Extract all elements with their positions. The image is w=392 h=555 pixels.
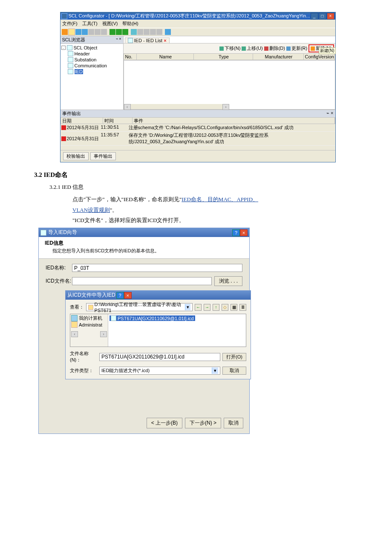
toolbar-icon[interactable] [82,29,88,35]
col-type[interactable]: Type [194,54,253,60]
nav-up-button[interactable]: ↑ [213,304,219,311]
tab-event[interactable]: 事件输出 [90,152,116,160]
toolbar-icon[interactable] [150,29,156,35]
new-folder-button[interactable]: ◇ [222,304,228,311]
move-up-button[interactable]: 上移(U) [242,44,262,52]
nav-forward-button[interactable]: → [204,304,210,311]
events-col-date[interactable]: 日期 [61,118,103,124]
next-button[interactable]: 下一步(N) > [185,418,221,428]
horizontal-scrollbar[interactable]: ‹ › [124,104,230,109]
col-name[interactable]: Name [137,54,194,60]
tab-ied-list[interactable]: IED - IED List × [125,38,170,43]
titlebar[interactable]: SCL Configurator - [ D:/Working/工程管理/J20… [61,12,335,20]
menu-view[interactable]: 视图(V) [102,21,118,26]
sidebar-scroll[interactable]: ‹ › [71,331,107,337]
link-vlan-rules[interactable]: VLAN设置规则 [72,207,110,213]
toolbar-icon[interactable] [131,29,137,35]
view-list-button[interactable]: ≣ [239,304,246,311]
toolbar-icon[interactable] [137,29,143,35]
tree-communication[interactable]: Communication [75,63,107,68]
wizard-titlebar[interactable]: 导入IED向导 ? × [39,228,249,237]
file-list[interactable]: PST671UA[GX20110629@1.01I].icd [108,314,246,347]
label-file-type: 文件类型： [70,367,97,374]
scroll-left-icon[interactable]: ‹ [124,104,131,110]
events-col-time[interactable]: 时间 [103,118,133,124]
link-naming-rules[interactable]: IED命名、目的MAC、APPID、 [182,196,258,202]
wizard-footer: < 上一步(B) 下一步(N) > 取消 [39,413,249,434]
window-title: SCL Configurator - [ D:/Working/工程管理/J20… [69,13,311,19]
toolbar-icon[interactable] [110,29,115,35]
nav-back-button[interactable]: ← [195,304,202,311]
file-area: 我的计算机 Administrat ‹ › PST671UA[GX2011062… [70,314,246,347]
update-icon [286,46,291,51]
cancel-button[interactable]: 取消 [224,418,243,428]
tooltip: 新建(N) [319,47,336,54]
tab-verify[interactable]: 校验输出 [63,152,89,160]
file-icon [111,315,116,321]
help-button[interactable]: ? [232,229,240,236]
close-button[interactable]: × [124,292,132,299]
col-no[interactable]: No. [124,54,137,60]
input-icd-file[interactable] [72,277,212,285]
toolbar-icon[interactable] [62,29,68,35]
select-file-type[interactable]: IED能力描述文件(*.icd) ▾ [99,367,220,375]
toolbar-icon[interactable] [116,29,122,35]
tree-header[interactable]: Header [75,51,90,56]
input-file-name[interactable]: PST671UA[GX20110629@1.01I].icd [99,353,220,361]
node-icon [67,45,72,50]
browse-button[interactable]: 浏览 . . . [214,276,242,286]
minimize-button[interactable]: _ [311,13,318,20]
chevron-down-icon[interactable]: ▾ [185,304,190,310]
prev-button[interactable]: < 上一步(B) [147,418,182,428]
toolbar-icon[interactable] [88,29,94,35]
toolbar-icon[interactable] [95,29,101,35]
toolbar-icon[interactable] [156,29,162,35]
file-item[interactable]: PST671UA[GX20110629@1.01I].icd [110,315,195,321]
close-button[interactable]: × [240,229,248,236]
toolbar-icon[interactable] [165,29,171,35]
panel-pin[interactable]: ⌁ × [116,37,121,43]
chevron-down-icon[interactable]: ▾ [212,367,218,374]
node-icon [68,57,73,62]
scroll-right-icon[interactable]: › [222,104,229,110]
toolbar-icon[interactable] [101,29,107,35]
menu-file[interactable]: 文件(F) [62,21,78,26]
update-button[interactable]: 更新(R) [286,44,307,52]
file-dialog-titlebar[interactable]: 从ICD文件中导入IED ? × [66,291,251,300]
input-ied-name[interactable]: P_03T [72,264,242,272]
move-down-button[interactable]: 下移(N) [219,44,240,52]
events-pin[interactable]: ⌁ × [326,110,333,117]
menu-help[interactable]: 帮助(H) [122,21,138,26]
look-in-combo[interactable]: D:\Working\工程管理…装置虚端子表\差动PST671 ▾ [86,303,193,311]
tree-substation[interactable]: Substation [75,57,97,62]
tab-close-icon[interactable]: × [164,38,166,43]
tree-root[interactable]: SCL Object [74,45,98,50]
maximize-button[interactable]: □ [319,13,326,20]
label-icd-file: ICD文件名: [46,278,72,285]
toolbar-icon[interactable] [68,29,75,35]
menu-tool[interactable]: 工具(T) [82,21,98,26]
delete-icon [264,46,268,51]
toolbar-icon[interactable] [122,29,128,35]
toolbar-icon[interactable] [144,29,150,35]
folder-icon [71,321,78,328]
collapse-icon[interactable]: - [61,46,66,50]
close-button[interactable]: × [327,13,334,20]
paragraph: 点击"下一步"，输入"IED名称"，命名原则见"IED命名、目的MAC、APPI… [72,194,361,205]
cancel-button[interactable]: 取消 [222,367,246,375]
scroll-left-icon[interactable]: ‹ [71,331,78,337]
toolbar-icon[interactable] [75,29,81,35]
help-button[interactable]: ? [116,292,124,299]
view-grid-button[interactable]: ▦ [231,304,237,311]
place-my-computer[interactable]: 我的计算机 [71,315,107,321]
place-administrator[interactable]: Administrat [71,321,107,328]
col-configversion[interactable]: ConfigVersion [304,54,335,60]
scroll-right-icon[interactable]: › [100,331,107,337]
tree-ied[interactable]: IED [75,69,83,74]
paragraph: VLAN设置规则"。 [72,205,361,216]
open-button[interactable]: 打开(O) [222,353,246,361]
list-header: No. Name Type Manufacturer ConfigVersion [124,53,335,60]
col-manufacturer[interactable]: Manufacturer [253,54,304,60]
delete-button[interactable]: 删除(D) [264,44,285,52]
events-col-event[interactable]: 事件 [133,118,335,124]
